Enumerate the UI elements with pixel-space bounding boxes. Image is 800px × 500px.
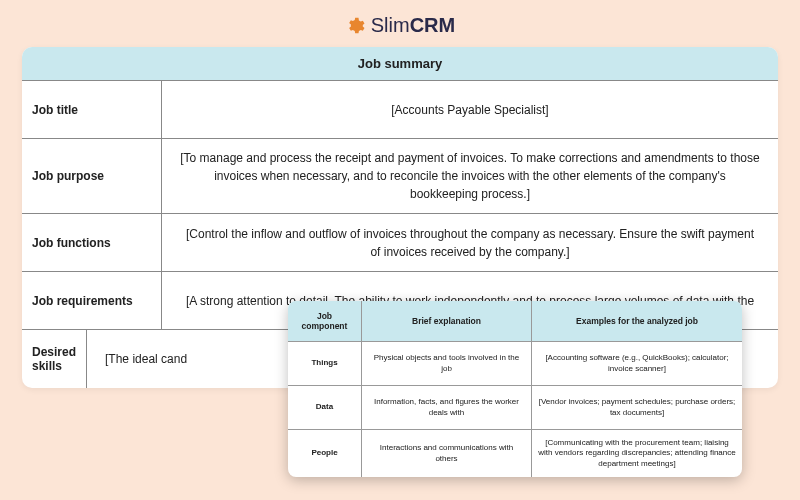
row-label-job-requirements: Job requirements: [22, 272, 162, 329]
overlay-row: Data Information, facts, and figures the…: [288, 386, 742, 430]
cell-people-explanation: Interactions and communications with oth…: [362, 430, 532, 477]
table-row: Job functions [Control the inflow and ou…: [22, 214, 778, 272]
cell-things: Things: [288, 342, 362, 385]
cell-data-explanation: Information, facts, and figures the work…: [362, 386, 532, 429]
job-summary-title: Job summary: [22, 47, 778, 81]
cell-data: Data: [288, 386, 362, 429]
overlay-row: Things Physical objects and tools involv…: [288, 342, 742, 386]
cell-data-examples: [Vendor invoices; payment schedules; pur…: [532, 386, 742, 429]
cell-things-explanation: Physical objects and tools involved in t…: [362, 342, 532, 385]
col-header-component: Job component: [288, 301, 362, 341]
row-value-job-purpose: [To manage and process the receipt and p…: [162, 139, 778, 213]
brand-name: SlimCRM: [371, 14, 455, 37]
cell-people-examples: [Communicating with the procurement team…: [532, 430, 742, 477]
col-header-examples: Examples for the analyzed job: [532, 301, 742, 341]
row-value-job-functions: [Control the inflow and outflow of invoi…: [162, 214, 778, 271]
col-header-explanation: Brief explanation: [362, 301, 532, 341]
cell-things-examples: [Accounting software (e.g., QuickBooks);…: [532, 342, 742, 385]
gear-icon: [345, 16, 365, 36]
row-value-job-title: [Accounts Payable Specialist]: [162, 81, 778, 138]
table-row: Job purpose [To manage and process the r…: [22, 139, 778, 214]
brand-logo: SlimCRM: [0, 0, 800, 47]
job-component-overlay: Job component Brief explanation Examples…: [288, 301, 742, 477]
row-label-job-purpose: Job purpose: [22, 139, 162, 213]
overlay-row: People Interactions and communications w…: [288, 430, 742, 477]
row-label-job-title: Job title: [22, 81, 162, 138]
overlay-header: Job component Brief explanation Examples…: [288, 301, 742, 342]
cell-people: People: [288, 430, 362, 477]
table-row: Job title [Accounts Payable Specialist]: [22, 81, 778, 139]
row-label-desired-skills: Desired skills: [22, 330, 87, 388]
row-label-job-functions: Job functions: [22, 214, 162, 271]
